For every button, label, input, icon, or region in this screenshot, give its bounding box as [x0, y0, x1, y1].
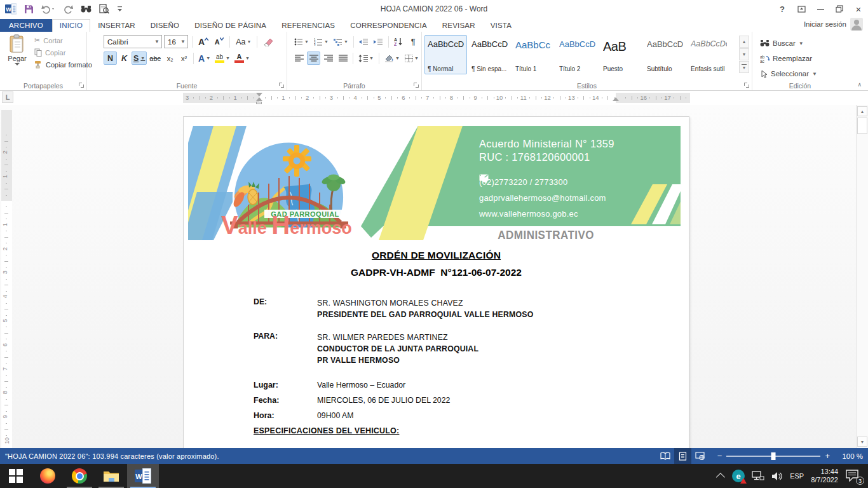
bullets-button[interactable]: ▼ [292, 35, 311, 48]
style-card-4[interactable]: AaBbCcDTítulo 2 [556, 35, 599, 74]
paste-button[interactable]: Pegar [3, 34, 31, 80]
network-icon[interactable] [752, 471, 764, 481]
bold-button[interactable]: N [104, 51, 117, 65]
select-button[interactable]: Seleccionar▼ [752, 66, 817, 81]
clear-formatting-button[interactable] [261, 35, 275, 48]
style-card-6[interactable]: AaBbCcDSubtítulo [644, 35, 686, 74]
multilevel-list-button[interactable]: ▼ [332, 35, 350, 48]
styles-dialog-launcher[interactable] [744, 83, 750, 88]
strikethrough-button[interactable]: abc [147, 51, 163, 65]
action-center-icon[interactable]: 3 [845, 469, 862, 483]
font-family-combo[interactable]: Calibri▼ [104, 35, 162, 48]
zoom-in-icon[interactable]: + [825, 451, 830, 461]
underline-button[interactable]: S▼ [132, 51, 147, 65]
tab-insertar[interactable]: INSERTAR [90, 20, 143, 32]
grow-font-button[interactable]: A [196, 35, 210, 48]
zoom-slider[interactable] [726, 456, 820, 457]
increase-indent-button[interactable] [372, 35, 385, 48]
close-icon[interactable]: × [849, 0, 868, 18]
style-card-1[interactable]: AaBbCcDc¶ Normal [424, 35, 467, 74]
decrease-indent-button[interactable] [357, 35, 370, 48]
print-preview-icon[interactable] [99, 3, 109, 15]
sign-in[interactable]: Iniciar sesión [804, 18, 863, 30]
align-center-button[interactable] [307, 51, 320, 65]
taskbar-firefox[interactable] [32, 464, 64, 488]
print-layout-button[interactable] [674, 448, 691, 464]
zoom-level[interactable]: 100 % [834, 452, 863, 460]
taskbar-chrome[interactable] [64, 464, 95, 488]
copy-button[interactable]: Copiar [34, 46, 92, 58]
document-page[interactable]: GAD PARROQUIAL Valle Hermoso Acuerdo Min… [183, 116, 689, 448]
speaker-icon[interactable] [771, 471, 783, 481]
customize-qat-icon[interactable] [117, 3, 123, 15]
vertical-ruler[interactable]: 211234567891011 [1, 110, 12, 448]
start-button[interactable] [0, 464, 32, 488]
tab-revisar[interactable]: REVISAR [435, 20, 483, 32]
text-effects-button[interactable]: A▼ [196, 51, 212, 65]
tray-expand-icon[interactable] [716, 473, 725, 482]
style-card-5[interactable]: AaBPuesto [600, 35, 642, 74]
numbering-button[interactable]: 123▼ [312, 35, 330, 48]
tab-vista[interactable]: VISTA [483, 20, 519, 32]
styles-scroll-up[interactable]: ▲ [739, 36, 749, 48]
tab-correspondencia[interactable]: CORRESPONDENCIA [342, 20, 435, 32]
help-icon[interactable]: ? [773, 0, 792, 18]
styles-gallery-more[interactable]: ▼ [739, 61, 749, 73]
find-icon[interactable] [81, 3, 92, 15]
shading-button[interactable]: ▼ [383, 51, 402, 65]
shrink-font-button[interactable]: A [212, 35, 226, 48]
redo-icon[interactable] [63, 3, 73, 15]
subscript-button[interactable]: x₂ [163, 51, 177, 65]
font-size-combo[interactable]: 16▼ [164, 35, 188, 48]
tab-inicio[interactable]: INICIO [52, 19, 90, 32]
font-color-button[interactable]: A ▼ [233, 51, 252, 65]
cut-button[interactable]: ✂Cortar [34, 34, 92, 46]
paragraph-dialog-launcher[interactable] [414, 83, 419, 88]
find-button[interactable]: Buscar▼ [752, 36, 817, 51]
align-left-button[interactable] [292, 51, 306, 65]
vertical-scrollbar[interactable]: ▲ ▼ [856, 105, 868, 448]
tab-stop-selector[interactable]: L [2, 92, 13, 103]
minimize-icon[interactable] [811, 0, 830, 18]
tab-archivo[interactable]: ARCHIVO [0, 19, 52, 32]
superscript-button[interactable]: x² [177, 51, 191, 65]
tab-dise-o[interactable]: DISEÑO [143, 20, 187, 32]
align-right-button[interactable] [322, 51, 335, 65]
clock[interactable]: 13:44 8/7/2022 [811, 468, 838, 484]
justify-button[interactable] [336, 51, 349, 65]
language-indicator[interactable]: ESP [790, 472, 804, 480]
web-layout-button[interactable] [691, 448, 709, 464]
text-highlight-button[interactable]: ab ▼ [213, 51, 232, 65]
show-marks-button[interactable]: ¶ [407, 35, 420, 48]
read-mode-button[interactable] [657, 448, 674, 464]
change-case-button[interactable]: Aa▼ [234, 35, 253, 48]
right-indent-marker[interactable] [613, 97, 619, 101]
first-line-indent-marker[interactable] [256, 93, 262, 97]
styles-scroll-down[interactable]: ▼ [739, 48, 749, 60]
antivirus-tray-icon[interactable]: e [732, 470, 745, 482]
sort-button[interactable]: AZ [392, 35, 405, 48]
save-icon[interactable] [24, 3, 34, 15]
horizontal-ruler[interactable]: 32112345678910111213141617 [183, 93, 690, 103]
zoom-slider-thumb[interactable] [771, 452, 776, 460]
restore-icon[interactable] [830, 0, 849, 18]
ribbon-display-options-icon[interactable] [792, 0, 811, 18]
format-painter-button[interactable]: Copiar formato [34, 58, 92, 71]
italic-button[interactable]: K [118, 51, 131, 65]
scroll-up-icon[interactable]: ▲ [857, 106, 867, 116]
tab-referencias[interactable]: REFERENCIAS [274, 20, 342, 32]
scroll-down-icon[interactable]: ▼ [857, 437, 867, 447]
taskbar-word[interactable]: W [127, 464, 159, 488]
zoom-out-icon[interactable]: − [717, 451, 722, 461]
undo-icon[interactable] [41, 3, 55, 15]
scroll-thumb[interactable] [857, 118, 867, 134]
style-card-3[interactable]: AaBbCcTítulo 1 [512, 35, 555, 74]
font-dialog-launcher[interactable] [279, 83, 285, 88]
collapse-ribbon-icon[interactable]: ∧ [857, 81, 862, 88]
hanging-indent-marker[interactable] [256, 97, 262, 101]
clipboard-dialog-launcher[interactable] [79, 83, 85, 88]
taskbar-explorer[interactable] [95, 464, 127, 488]
style-card-2[interactable]: AaBbCcDc¶ Sin espa... [468, 35, 511, 74]
left-indent-marker[interactable] [256, 102, 262, 104]
line-spacing-button[interactable]: ▼ [356, 51, 376, 65]
